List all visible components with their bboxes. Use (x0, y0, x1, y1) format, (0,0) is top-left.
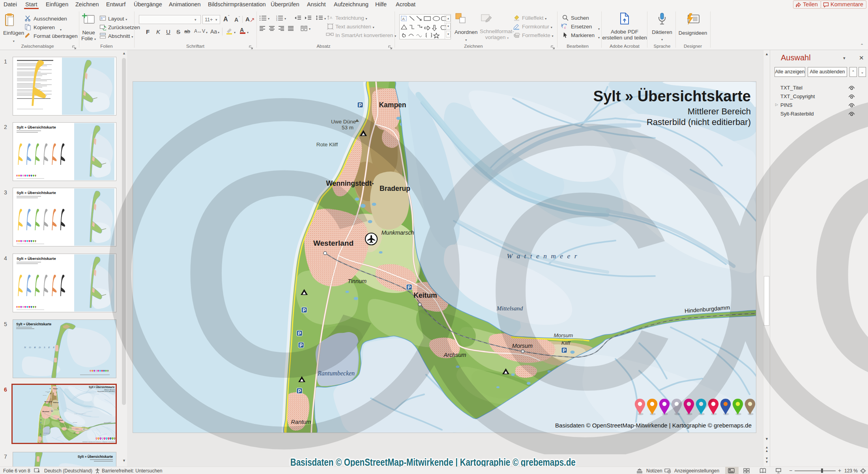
svg-text:P: P (298, 331, 301, 336)
svg-text:Uwe Düne: Uwe Düne (331, 119, 356, 125)
svg-text:A: A (330, 16, 332, 20)
svg-text:c: c (564, 26, 566, 30)
svg-text:Rote Kliff: Rote Kliff (316, 142, 338, 147)
svg-text:P: P (299, 343, 303, 348)
svg-text:Wenningstedt-: Wenningstedt- (326, 179, 374, 187)
svg-text:Mittlerer Bereich: Mittlerer Bereich (688, 106, 751, 116)
svg-text:Keitum: Keitum (413, 291, 437, 299)
svg-text:Morsum: Morsum (554, 332, 573, 338)
svg-text:P: P (408, 285, 411, 290)
svg-text:Munkmarsch: Munkmarsch (382, 230, 414, 236)
svg-text:53 m: 53 m (342, 125, 354, 131)
svg-text:Sylt » Übersichtskarte: Sylt » Übersichtskarte (17, 125, 56, 129)
svg-text:Rasterbild (nicht editierbar): Rasterbild (nicht editierbar) (647, 117, 751, 127)
svg-text:P: P (298, 388, 301, 394)
svg-text:P: P (359, 103, 362, 108)
svg-text:Sylt » Übersichtskarte: Sylt » Übersichtskarte (16, 322, 52, 326)
svg-text:Tinnum: Tinnum (348, 278, 367, 284)
svg-text:Rantum: Rantum (291, 419, 311, 425)
svg-text:Kampen: Kampen (379, 101, 406, 109)
svg-text:Morsum: Morsum (512, 343, 533, 349)
svg-text:W a t t e n m e e r: W a t t e n m e e r (507, 252, 578, 260)
svg-text:P: P (563, 348, 566, 353)
svg-text:Basisdaten © OpenStreetMap-Mit: Basisdaten © OpenStreetMap-Mitwirkende |… (555, 422, 752, 429)
svg-text:Sylt » Übersichtskarte: Sylt » Übersichtskarte (593, 88, 751, 105)
svg-text:Mittelsand: Mittelsand (496, 305, 523, 312)
svg-text:P: P (303, 308, 306, 313)
svg-text:Sylt » Übersichtskarte: Sylt » Übersichtskarte (17, 190, 56, 195)
svg-text:Archsum: Archsum (443, 352, 466, 358)
svg-text:Braderup: Braderup (380, 185, 410, 192)
svg-text:Kliff: Kliff (561, 340, 571, 346)
svg-text:Sylt » Übersichtskarte: Sylt » Übersichtskarte (17, 256, 56, 261)
svg-text:Rantumbecken: Rantumbecken (317, 370, 355, 377)
svg-text:Westerland: Westerland (313, 239, 354, 247)
svg-text:A: A (402, 17, 405, 21)
svg-text:3: 3 (276, 19, 277, 21)
svg-text:N O R D S E E: N O R D S E E (24, 346, 56, 349)
